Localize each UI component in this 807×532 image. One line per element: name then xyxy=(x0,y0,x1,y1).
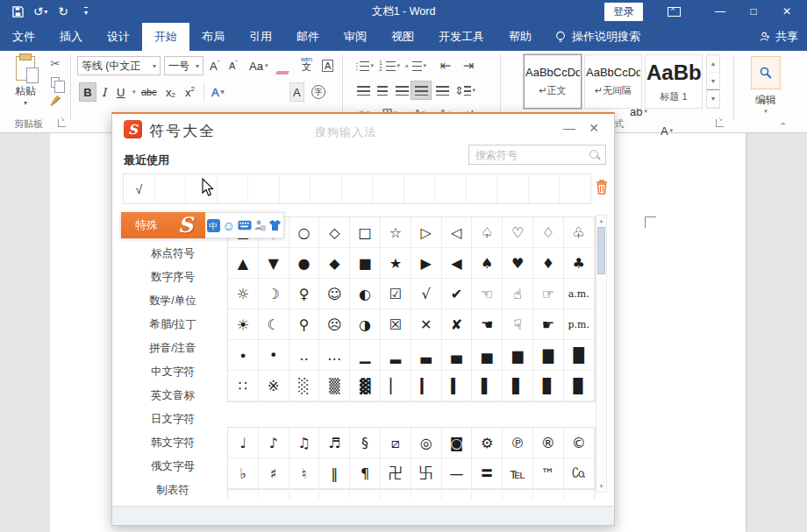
symbol-cell[interactable]: 卍 xyxy=(381,458,411,489)
symbol-cell[interactable]: ♬ xyxy=(319,428,350,458)
recent-symbol-cell[interactable] xyxy=(373,174,404,203)
symbol-cell[interactable]: ♦ xyxy=(533,248,564,279)
paste-button[interactable]: 粘贴 ▾ xyxy=(7,54,44,112)
recent-symbol-cell[interactable] xyxy=(248,174,280,203)
collapse-ribbon-icon[interactable]: ⌃ xyxy=(779,121,787,132)
symbol-cell[interactable]: ▏ xyxy=(381,371,411,401)
symbol-cell[interactable]: ♢ xyxy=(533,217,564,248)
symbol-cell[interactable]: ░ xyxy=(289,371,320,401)
increase-indent-button[interactable]: ⇥ xyxy=(458,56,479,75)
symbol-cell[interactable]: ♯ xyxy=(259,458,289,489)
symbol-cell[interactable]: ■ xyxy=(350,248,381,279)
category-item-希腊/拉丁[interactable]: 希腊/拉丁 xyxy=(123,313,223,337)
style-card[interactable]: AaBbCcDd↵正文 xyxy=(524,54,582,109)
category-item-中文字符[interactable]: 中文字符 xyxy=(123,360,223,384)
scrollbar-thumb[interactable] xyxy=(597,227,605,274)
recent-symbol-cell[interactable] xyxy=(435,174,467,203)
category-item-制表符[interactable]: 制表符 xyxy=(123,479,223,502)
recent-symbol-cell[interactable] xyxy=(311,174,342,203)
undo-button[interactable]: ↺▾ xyxy=(30,2,51,21)
find-icon[interactable] xyxy=(751,56,781,89)
close-button[interactable]: ✕ xyxy=(774,0,800,23)
symbol-cell[interactable]: ™ xyxy=(533,458,564,489)
bold-button[interactable]: B xyxy=(79,82,96,102)
undo-dropdown-icon[interactable]: ▾ xyxy=(44,8,47,16)
tab-emoticon-icon[interactable]: ☺ xyxy=(222,218,236,232)
symbol-cell[interactable]: ♭ xyxy=(228,458,259,489)
symbol-cell[interactable]: — xyxy=(442,458,473,489)
symbol-cell[interactable]: ☞ xyxy=(533,279,564,309)
recent-symbol-cell[interactable] xyxy=(497,174,529,203)
symbol-cell[interactable]: ☒ xyxy=(381,309,411,340)
superscript-button[interactable]: x2 xyxy=(182,82,197,102)
category-item-俄文字母[interactable]: 俄文字母 xyxy=(123,455,223,479)
symbol-cell[interactable]: ✔ xyxy=(442,279,473,309)
dialog-title-bar[interactable]: S 符号大全 搜狗输入法 — ✕ xyxy=(112,114,614,144)
symbol-cell[interactable]: ⚲ xyxy=(289,309,320,340)
symbol-cell[interactable]: ℡ xyxy=(503,458,533,489)
recent-symbol-cell[interactable] xyxy=(467,174,498,203)
line-spacing-button[interactable]: ⇕▾ xyxy=(454,81,475,100)
symbol-cell[interactable]: ◁ xyxy=(442,217,473,248)
copy-button[interactable] xyxy=(46,73,65,91)
ribbon-tab-邮件[interactable]: 邮件 xyxy=(284,23,332,51)
symbol-cell[interactable]: ▂ xyxy=(381,340,411,371)
symbol-cell[interactable]: ▄ xyxy=(442,340,473,371)
clipboard-dialog-launcher[interactable] xyxy=(58,119,66,127)
ribbon-tab-帮助[interactable]: 帮助 xyxy=(496,23,544,51)
symbol-cell[interactable]: ® xyxy=(533,428,564,458)
style-card[interactable]: AaBb标题 1 xyxy=(645,54,703,109)
symbol-cell[interactable]: ▎ xyxy=(411,371,442,401)
trash-icon[interactable] xyxy=(595,179,609,195)
symbol-cell[interactable]: ‖ xyxy=(319,458,350,489)
category-item-拼音/注音[interactable]: 拼音/注音 xyxy=(123,337,223,360)
style-scroll-up-icon[interactable]: ▲ xyxy=(707,55,719,73)
symbol-cell[interactable]: a.m. xyxy=(564,279,595,309)
symbol-cell[interactable]: ☜ xyxy=(472,279,503,309)
symbol-cell[interactable]: ▓ xyxy=(350,371,381,401)
symbol-cell[interactable]: ♣ xyxy=(564,248,595,279)
styles-dialog-launcher[interactable] xyxy=(716,119,724,127)
symbol-cell[interactable]: ○ xyxy=(289,217,320,248)
symbol-cell[interactable]: ✕ xyxy=(411,309,442,340)
align-right-button[interactable] xyxy=(391,81,412,100)
symbol-cell[interactable]: ♧ xyxy=(564,217,595,248)
ribbon-tab-审阅[interactable]: 审阅 xyxy=(332,23,379,51)
symbol-cell[interactable]: ☑ xyxy=(381,279,411,309)
ribbon-tab-引用[interactable]: 引用 xyxy=(237,23,284,51)
symbol-cell[interactable]: ◎ xyxy=(411,428,442,458)
recent-symbol-cell[interactable] xyxy=(560,174,590,203)
tell-me-search[interactable]: 操作说明搜索 xyxy=(544,23,651,51)
symbol-cell[interactable]: ♠ xyxy=(472,248,503,279)
style-gallery-scroll[interactable]: ▲ ▼ ▼ xyxy=(706,54,720,109)
symbol-cell[interactable]: ☟ xyxy=(503,309,533,340)
ribbon-tab-开始[interactable]: 开始 xyxy=(142,23,189,51)
bullets-button[interactable]: ⋮▾ xyxy=(353,56,374,75)
symbol-cell[interactable]: ◙ xyxy=(442,428,473,458)
tab-contacts-icon[interactable] xyxy=(253,218,267,232)
editing-group[interactable]: 编辑 ▾ xyxy=(739,54,792,115)
minimize-button[interactable]: — xyxy=(707,0,733,23)
symbol-cell[interactable]: ∷ xyxy=(228,371,259,401)
scroll-down-icon[interactable]: ▼ xyxy=(596,481,606,492)
symbol-cell[interactable]: ◇ xyxy=(319,217,350,248)
align-center-button[interactable] xyxy=(372,81,393,100)
italic-button[interactable]: I xyxy=(99,82,109,102)
justify-button[interactable] xyxy=(411,81,432,100)
cut-button[interactable]: ✂ xyxy=(46,54,65,73)
recent-symbol-cell[interactable] xyxy=(280,174,311,203)
style-scroll-down-icon[interactable]: ▼ xyxy=(707,73,719,90)
symbol-cell[interactable]: ▋ xyxy=(503,371,533,401)
tab-clothes-icon[interactable] xyxy=(268,218,282,232)
symbol-cell[interactable]: ▁ xyxy=(350,340,381,371)
symbol-cell[interactable]: ⧄ xyxy=(381,428,411,458)
numbering-button[interactable]: 12▾ xyxy=(379,56,400,75)
symbol-cell[interactable]: ☚ xyxy=(472,309,503,340)
symbol-cell[interactable]: ☾ xyxy=(259,309,289,340)
symbol-cell[interactable]: ● xyxy=(289,248,320,279)
symbol-cell[interactable]: ㏇ xyxy=(564,458,595,489)
symbol-cell[interactable]: ▊ xyxy=(533,371,564,401)
symbol-cell[interactable]: ◆ xyxy=(319,248,350,279)
symbol-cell[interactable]: █ xyxy=(564,340,595,371)
format-painter-button[interactable] xyxy=(46,91,65,110)
